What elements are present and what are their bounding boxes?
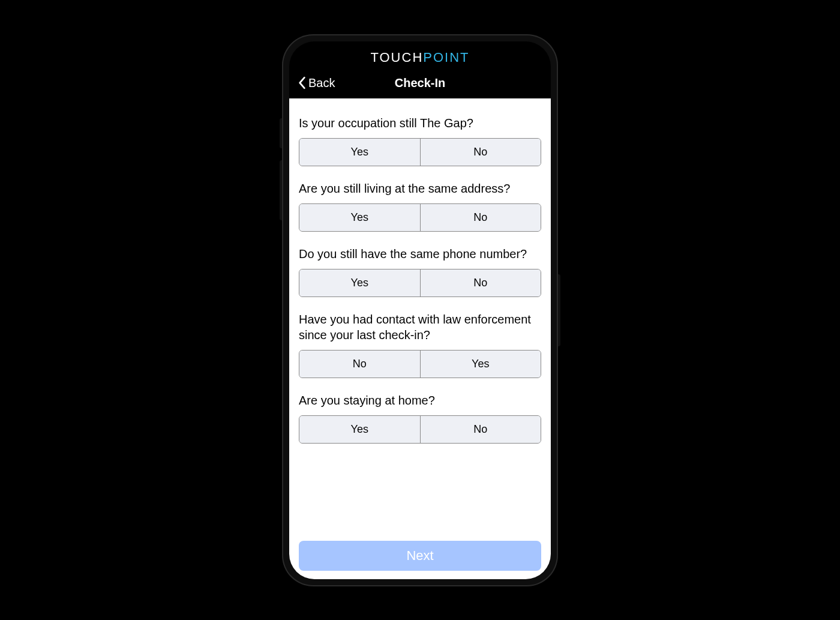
- phone-side-button: [280, 118, 282, 148]
- option-yes[interactable]: Yes: [420, 351, 541, 378]
- question-occupation: Is your occupation still The Gap? Yes No: [299, 115, 541, 166]
- answer-toggle: Yes No: [299, 203, 541, 232]
- question-text: Are you still living at the same address…: [299, 181, 541, 196]
- answer-toggle: No Yes: [299, 350, 541, 378]
- question-text: Is your occupation still The Gap?: [299, 115, 541, 131]
- chevron-left-icon: [298, 76, 306, 89]
- question-text: Have you had contact with law enforcemen…: [299, 312, 541, 343]
- option-no[interactable]: No: [420, 139, 541, 166]
- back-button[interactable]: Back: [298, 76, 335, 90]
- option-yes[interactable]: Yes: [299, 269, 420, 296]
- question-staying-home: Are you staying at home? Yes No: [299, 393, 541, 444]
- app-logo: TOUCHPOINT: [289, 46, 551, 71]
- option-no[interactable]: No: [299, 351, 420, 378]
- phone-side-button: [558, 274, 560, 346]
- status-bar-spacer: [289, 41, 551, 46]
- option-no[interactable]: No: [420, 416, 541, 443]
- spacer: [299, 458, 541, 541]
- logo-text-point: POINT: [423, 50, 469, 65]
- answer-toggle: Yes No: [299, 415, 541, 444]
- question-text: Do you still have the same phone number?: [299, 246, 541, 262]
- content-area: Is your occupation still The Gap? Yes No…: [289, 98, 551, 579]
- question-law-enforcement: Have you had contact with law enforcemen…: [299, 312, 541, 378]
- question-address: Are you still living at the same address…: [299, 181, 541, 232]
- phone-frame: TOUCHPOINT Back Check-In Is your occupat…: [282, 34, 558, 586]
- option-no[interactable]: No: [420, 269, 541, 296]
- back-label: Back: [308, 76, 335, 90]
- nav-bar: Back Check-In: [289, 71, 551, 98]
- question-text: Are you staying at home?: [299, 393, 541, 408]
- answer-toggle: Yes No: [299, 138, 541, 166]
- answer-toggle: Yes No: [299, 269, 541, 297]
- screen: TOUCHPOINT Back Check-In Is your occupat…: [289, 41, 551, 579]
- option-yes[interactable]: Yes: [299, 204, 420, 231]
- next-button[interactable]: Next: [299, 541, 541, 571]
- option-yes[interactable]: Yes: [299, 416, 420, 443]
- question-phone: Do you still have the same phone number?…: [299, 246, 541, 297]
- phone-side-button: [280, 160, 282, 220]
- option-no[interactable]: No: [420, 204, 541, 231]
- option-yes[interactable]: Yes: [299, 139, 420, 166]
- logo-text-touch: TOUCH: [370, 50, 423, 65]
